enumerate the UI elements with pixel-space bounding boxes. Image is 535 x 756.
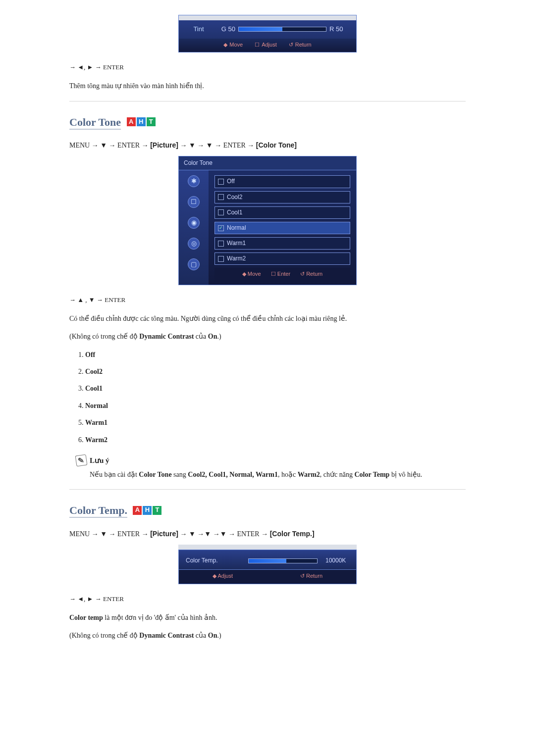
- list-item: Cool1: [85, 383, 466, 394]
- para-tint-desc: Thêm tông màu tự nhiên vào màn hình hiển…: [69, 81, 466, 92]
- ct-osd-body: ✱ ☐ ◉ ◎ ▢ Off Cool2 Cool1 ✓Normal Warm1 …: [178, 170, 357, 285]
- color-temp-condition: (Không có trong chế độ Dynamic Contrast …: [69, 630, 466, 641]
- footer-enter: ☐ Enter: [271, 270, 290, 279]
- ctemp-slider[interactable]: [248, 558, 318, 563]
- ct-osd-list: Off Cool2 Cool1 ✓Normal Warm1 Warm2 ◆ Mo…: [209, 170, 356, 285]
- nav-line-1: → ◄, ► → ENTER: [69, 62, 466, 73]
- tint-slider-fill: [239, 27, 282, 31]
- section-color-tone: Color Tone A H T MENU → ▼ → ENTER → [Pic…: [69, 113, 466, 481]
- nav-line-3: → ◄, ► → ENTER: [69, 594, 466, 605]
- tint-osd-footer: ◆Move ☐Adjust ↺Return: [179, 39, 356, 52]
- note-text: Nếu bạn cài đặt Color Tone sang Cool2, C…: [90, 469, 466, 480]
- list-item: Normal: [85, 401, 466, 411]
- tint-osd-panel: Tint G 50 R 50 ◆Move ☐Adjust ↺Return: [178, 15, 357, 52]
- color-tone-osd: Color Tone ✱ ☐ ◉ ◎ ▢ Off Cool2 Cool1 ✓No…: [178, 156, 357, 285]
- tint-slider[interactable]: [238, 27, 326, 32]
- footer-move: ◆ Move: [242, 270, 261, 279]
- osd-strip: [179, 15, 356, 20]
- ct-item-cool2[interactable]: Cool2: [214, 191, 350, 203]
- ct-osd-footer: ◆ Move ☐ Enter ↺ Return: [214, 268, 350, 282]
- nav-line-2: → ▲ , ▼ → ENTER: [69, 295, 466, 305]
- ct-item-warm1[interactable]: Warm1: [214, 237, 350, 250]
- checkbox-icon: [218, 194, 224, 200]
- checkbox-icon: [218, 179, 224, 185]
- menu-path-color-tone: MENU → ▼ → ENTER → [Picture] → ▼ → ▼ → E…: [69, 140, 466, 151]
- checkbox-icon: [218, 241, 224, 247]
- side-icon-3[interactable]: ◉: [188, 217, 200, 229]
- heading-color-tone: Color Tone: [69, 113, 121, 131]
- note-icon: ✎: [75, 454, 88, 467]
- badge-t-icon: T: [147, 117, 156, 126]
- color-temp-osd: Color Temp. 10000K ◆ Adjust ↺ Return: [178, 545, 357, 584]
- ct-item-normal[interactable]: ✓Normal: [214, 222, 350, 234]
- ct-item-cool1[interactable]: Cool1: [214, 206, 350, 219]
- separator-1: [69, 101, 466, 101]
- ct-item-off[interactable]: Off: [214, 175, 350, 188]
- color-tone-condition: (Không có trong chế độ Dynamic Contrast …: [69, 331, 466, 342]
- ctemp-body: Color Temp. 10000K: [178, 550, 357, 570]
- ctemp-slider-fill: [249, 559, 286, 563]
- ct-item-warm2[interactable]: Warm2: [214, 252, 350, 265]
- badges-color-tone: A H T: [127, 117, 156, 126]
- ctemp-label: Color Temp.: [186, 556, 240, 565]
- tint-row: Tint G 50 R 50: [179, 20, 356, 39]
- separator-2: [69, 489, 466, 490]
- list-item: Off: [85, 350, 466, 360]
- note-heading: ✎ Lưu ý: [76, 454, 466, 466]
- list-item: Warm1: [85, 417, 466, 428]
- badge-a-icon: A: [133, 506, 142, 515]
- color-temp-desc: Color temp là một đơn vị đo 'độ ấm' của …: [69, 612, 466, 623]
- osd-strip: [178, 545, 357, 550]
- badge-h-icon: H: [137, 117, 146, 126]
- side-icon-1[interactable]: ✱: [188, 175, 200, 187]
- footer-move: ◆Move: [223, 41, 243, 50]
- section-color-temp: Color Temp. A H T MENU → ▼ → ENTER → [Pi…: [69, 502, 466, 641]
- badges-color-temp: A H T: [133, 506, 161, 515]
- note-block: ✎ Lưu ý Nếu bạn cài đặt Color Tone sang …: [69, 454, 466, 480]
- list-item: Cool2: [85, 366, 466, 377]
- footer-return: ↺ Return: [300, 572, 322, 581]
- footer-return: ↺Return: [289, 41, 312, 50]
- color-tone-list: Off Cool2 Cool1 Normal Warm1 Warm2: [85, 350, 466, 446]
- badge-t-icon: T: [153, 506, 161, 515]
- tint-left-value: G 50: [214, 24, 238, 35]
- footer-adjust: ◆ Adjust: [213, 572, 233, 581]
- side-icon-2[interactable]: ☐: [188, 196, 200, 208]
- checkbox-icon: [218, 209, 224, 215]
- badge-a-icon: A: [127, 117, 136, 126]
- footer-return: ↺ Return: [300, 270, 322, 279]
- tint-right-value: R 50: [326, 24, 351, 35]
- heading-color-temp: Color Temp.: [69, 502, 127, 519]
- menu-path-color-temp: MENU → ▼ → ENTER → [Picture] → ▼ →▼ →▼ →…: [69, 528, 466, 540]
- ctemp-value: 10000K: [325, 556, 346, 565]
- side-icon-5[interactable]: ▢: [188, 258, 200, 270]
- ct-osd-sidebar: ✱ ☐ ◉ ◎ ▢: [179, 170, 209, 285]
- color-tone-desc: Có thể điều chỉnh được các tông màu. Ngư…: [69, 313, 466, 324]
- checkbox-icon: [218, 256, 224, 262]
- list-item: Warm2: [85, 435, 466, 446]
- ct-osd-header: Color Tone: [178, 156, 357, 170]
- footer-adjust: ☐Adjust: [255, 41, 277, 50]
- tint-label: Tint: [184, 24, 214, 35]
- badge-h-icon: H: [143, 506, 152, 515]
- ctemp-footer: ◆ Adjust ↺ Return: [178, 570, 357, 584]
- checkbox-icon: ✓: [218, 225, 224, 231]
- side-icon-4[interactable]: ◎: [188, 238, 200, 250]
